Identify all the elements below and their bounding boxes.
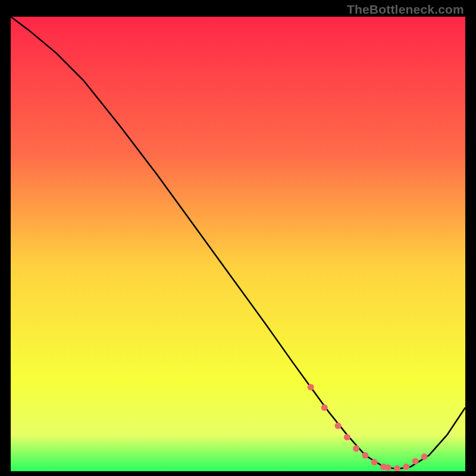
highlight-marker-dot	[371, 459, 378, 465]
highlight-marker-dot	[421, 453, 428, 460]
highlight-marker-dot	[353, 445, 359, 452]
highlight-marker-dot	[412, 458, 419, 465]
highlight-marker-dot	[403, 464, 409, 470]
watermark-text: TheBottleneck.com	[347, 2, 464, 17]
bottleneck-chart	[11, 17, 465, 471]
highlight-marker-dot	[308, 384, 314, 390]
highlight-marker-dot	[335, 422, 342, 429]
highlight-marker-dot	[362, 452, 368, 459]
gradient-background	[11, 17, 465, 471]
chart-frame	[11, 17, 465, 471]
highlight-marker-dot	[321, 405, 328, 411]
highlight-marker-dot	[344, 434, 350, 440]
highlight-marker-dot	[385, 464, 392, 471]
